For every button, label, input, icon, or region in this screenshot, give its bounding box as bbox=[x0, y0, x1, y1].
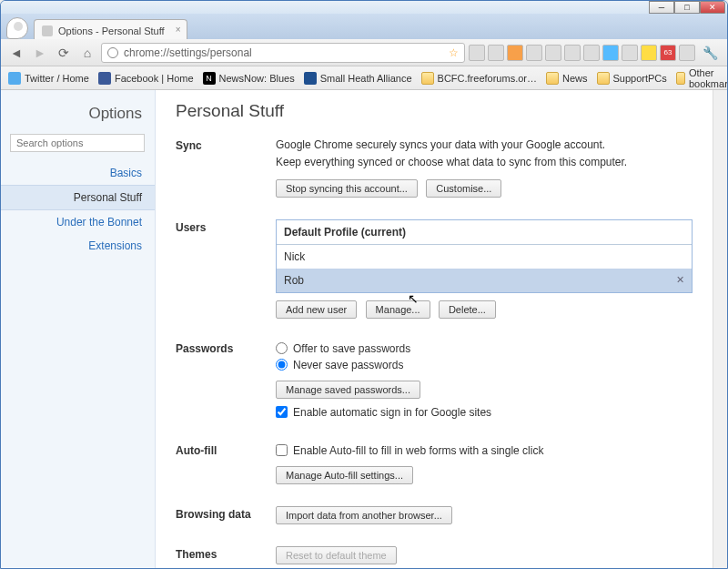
user-row-default[interactable]: Default Profile (current) bbox=[277, 220, 692, 245]
options-sidebar: Options Basics Personal Stuff Under the … bbox=[1, 90, 156, 568]
auto-signin-checkbox[interactable] bbox=[276, 406, 288, 418]
sidebar-title: Options bbox=[1, 101, 155, 134]
forward-button[interactable]: ► bbox=[30, 43, 50, 63]
bookmark-item[interactable]: NNewsNow: Blues bbox=[203, 72, 295, 85]
delete-user-button[interactable]: Delete... bbox=[439, 300, 496, 319]
window-titlebar: ─ □ ✕ bbox=[1, 1, 727, 14]
bookmark-item[interactable]: News bbox=[546, 72, 588, 85]
radio-label: Never save passwords bbox=[293, 359, 403, 371]
gmail-ext-icon[interactable]: 63 bbox=[660, 45, 676, 61]
ext-icon[interactable] bbox=[583, 45, 600, 61]
bookmark-item[interactable]: BCFC.freeforums.or… bbox=[421, 72, 537, 85]
ext-icon[interactable] bbox=[602, 45, 619, 61]
extension-icons: 63 bbox=[469, 45, 695, 61]
ext-icon[interactable] bbox=[526, 45, 542, 61]
scrollbar[interactable] bbox=[713, 90, 727, 568]
sync-text: Google Chrome securely syncs your data w… bbox=[276, 137, 693, 153]
page-title: Personal Stuff bbox=[176, 101, 693, 121]
remove-user-icon[interactable]: ✕ bbox=[676, 274, 684, 286]
ext-icon[interactable] bbox=[622, 45, 638, 61]
reload-button[interactable]: ⟳ bbox=[54, 43, 74, 63]
bookmark-label: News bbox=[562, 73, 588, 84]
back-button[interactable]: ◄ bbox=[6, 43, 26, 63]
tab-favicon-icon bbox=[42, 25, 53, 36]
url-text: chrome://settings/personal bbox=[124, 46, 252, 59]
home-button[interactable]: ⌂ bbox=[77, 43, 97, 63]
tab-strip: Options - Personal Stuff × bbox=[1, 14, 727, 39]
customise-sync-button[interactable]: Customise... bbox=[426, 179, 501, 198]
user-row[interactable]: Nick bbox=[277, 245, 692, 269]
browser-toolbar: ◄ ► ⟳ ⌂ chrome://settings/personal ☆ 63 … bbox=[1, 39, 727, 66]
folder-icon bbox=[676, 72, 685, 85]
address-bar[interactable]: chrome://settings/personal ☆ bbox=[101, 43, 465, 63]
ext-icon[interactable] bbox=[469, 45, 485, 61]
other-bookmarks[interactable]: Other bookmarks bbox=[676, 67, 728, 89]
bookmark-item[interactable]: Facebook | Home bbox=[98, 72, 194, 85]
sidebar-item-extensions[interactable]: Extensions bbox=[1, 234, 155, 258]
reset-theme-button[interactable]: Reset to default theme bbox=[276, 546, 397, 564]
ext-icon[interactable] bbox=[488, 45, 504, 61]
user-row-selected[interactable]: Rob ✕ bbox=[277, 269, 692, 292]
manage-passwords-button[interactable]: Manage saved passwords... bbox=[276, 381, 420, 399]
section-label-autofill: Auto-fill bbox=[176, 442, 276, 484]
bookmark-star-icon[interactable]: ☆ bbox=[449, 46, 459, 59]
section-label-passwords: Passwords bbox=[176, 340, 276, 421]
wrench-menu-icon[interactable]: 🔧 bbox=[699, 46, 722, 60]
sidebar-item-under-the-bonnet[interactable]: Under the Bonnet bbox=[1, 210, 155, 234]
folder-icon bbox=[421, 72, 434, 85]
checkbox-label: Enable Auto-fill to fill in web forms wi… bbox=[293, 444, 543, 457]
section-label-users: Users bbox=[176, 219, 276, 319]
ext-icon[interactable] bbox=[564, 45, 581, 61]
enable-autofill-checkbox[interactable] bbox=[276, 444, 288, 456]
add-new-user-button[interactable]: Add new user bbox=[276, 300, 357, 319]
site-icon bbox=[304, 72, 317, 85]
radio-label: Offer to save passwords bbox=[293, 342, 410, 355]
bookmarks-bar: Twitter / Home Facebook | Home NNewsNow:… bbox=[1, 66, 727, 90]
never-save-passwords-radio[interactable] bbox=[276, 359, 288, 371]
globe-icon bbox=[107, 47, 118, 58]
ext-icon[interactable] bbox=[507, 45, 523, 61]
main-content: Personal Stuff Sync Google Chrome secure… bbox=[156, 90, 713, 568]
newsnow-icon: N bbox=[203, 72, 216, 85]
checkbox-label: Enable automatic sign in for Google site… bbox=[293, 406, 491, 419]
users-list: Default Profile (current) Nick Rob ✕ bbox=[276, 219, 693, 293]
manage-user-button[interactable]: Manage... bbox=[366, 300, 430, 319]
import-data-button[interactable]: Import data from another browser... bbox=[276, 506, 452, 524]
ext-icon[interactable] bbox=[679, 45, 695, 61]
bookmark-item[interactable]: Small Heath Alliance bbox=[304, 72, 412, 85]
section-label-browsing-data: Browsing data bbox=[176, 506, 276, 524]
tab-close-icon[interactable]: × bbox=[176, 25, 181, 35]
bookmark-label: Other bookmarks bbox=[689, 67, 728, 89]
bookmark-label: Small Heath Alliance bbox=[320, 73, 412, 84]
sync-text: Keep everything synced or choose what da… bbox=[276, 155, 693, 170]
section-label-sync: Sync bbox=[176, 137, 276, 198]
bookmark-label: BCFC.freeforums.or… bbox=[438, 73, 537, 84]
bookmark-label: Facebook | Home bbox=[115, 73, 194, 84]
bookmark-label: NewsNow: Blues bbox=[219, 73, 295, 84]
window-close-button[interactable]: ✕ bbox=[700, 1, 725, 14]
manage-autofill-button[interactable]: Manage Auto-fill settings... bbox=[276, 466, 413, 484]
tab-title: Options - Personal Stuff bbox=[58, 25, 165, 36]
sidebar-item-personal-stuff[interactable]: Personal Stuff bbox=[1, 185, 155, 210]
folder-icon bbox=[546, 72, 559, 85]
sidebar-item-basics[interactable]: Basics bbox=[1, 161, 155, 185]
section-label-themes: Themes bbox=[176, 546, 276, 564]
ext-icon[interactable] bbox=[545, 45, 561, 61]
stop-syncing-button[interactable]: Stop syncing this account... bbox=[276, 179, 418, 198]
ext-icon[interactable] bbox=[641, 45, 657, 61]
browser-tab[interactable]: Options - Personal Stuff × bbox=[34, 19, 187, 39]
facebook-icon bbox=[98, 72, 111, 85]
profile-avatar-icon[interactable] bbox=[6, 17, 28, 39]
offer-save-passwords-radio[interactable] bbox=[276, 342, 288, 354]
bookmark-label: Twitter / Home bbox=[25, 73, 89, 84]
bookmark-label: SupportPCs bbox=[613, 73, 667, 84]
folder-icon bbox=[597, 72, 610, 85]
window-maximize-button[interactable]: □ bbox=[674, 1, 700, 14]
user-row-label: Rob bbox=[284, 274, 304, 287]
bookmark-item[interactable]: Twitter / Home bbox=[8, 72, 89, 85]
search-options-input[interactable] bbox=[10, 134, 145, 152]
twitter-icon bbox=[8, 72, 21, 85]
bookmark-item[interactable]: SupportPCs bbox=[597, 72, 667, 85]
window-minimize-button[interactable]: ─ bbox=[649, 1, 674, 14]
